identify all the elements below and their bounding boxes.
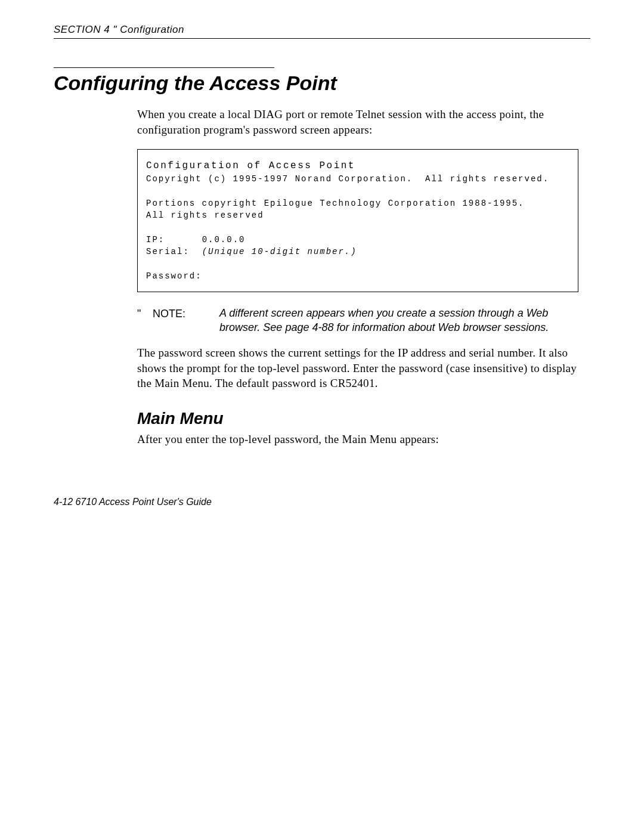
terminal-ip-label: IP:	[146, 235, 165, 244]
terminal-ip-value: 0.0.0.0	[202, 235, 246, 244]
note-mark-icon: "	[137, 306, 153, 320]
terminal-copyright-3: All rights reserved	[146, 210, 264, 220]
terminal-title: Configuration of Access Point	[146, 160, 355, 171]
note-block: " NOTE: A different screen appears when …	[137, 306, 578, 335]
section-title-block: Configuring the Access Point	[54, 67, 590, 103]
terminal-password-label: Password:	[146, 271, 202, 281]
intro-paragraph: When you create a local DIAG port or rem…	[137, 107, 578, 137]
page-header: SECTION 4 " Configuration	[54, 24, 590, 39]
terminal-copyright-1: Copyright (c) 1995-1997 Norand Corporati…	[146, 174, 549, 184]
terminal-serial-value: (Unique 10-digit number.)	[202, 247, 357, 256]
body-content: When you create a local DIAG port or rem…	[137, 107, 578, 447]
terminal-screen: Configuration of Access Point Copyright …	[137, 149, 578, 292]
note-text: A different screen appears when you crea…	[219, 306, 578, 335]
page-title: Configuring the Access Point	[54, 72, 590, 103]
body-paragraph-3: After you enter the top-level password, …	[137, 432, 578, 447]
note-label: NOTE:	[153, 306, 219, 320]
terminal-copyright-2: Portions copyright Epilogue Technology C…	[146, 199, 524, 208]
subheading-main-menu: Main Menu	[137, 409, 578, 428]
terminal-serial-label: Serial:	[146, 247, 190, 256]
header-section-number: SECTION 4	[54, 24, 110, 35]
page-footer: 4-12 6710 Access Point User's Guide	[54, 497, 590, 507]
section-title-rule	[54, 67, 274, 68]
page: SECTION 4 " Configuration Configuring th…	[0, 0, 644, 833]
header-section-name: Configuration	[120, 24, 184, 35]
header-separator: "	[113, 24, 120, 35]
body-paragraph-2: The password screen shows the current se…	[137, 345, 578, 391]
